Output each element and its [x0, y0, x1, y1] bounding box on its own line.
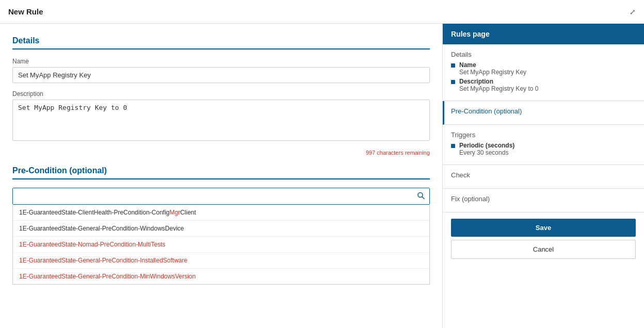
char-remaining: 997 characters remaining	[12, 150, 430, 156]
list-item[interactable]: 1E-GuaranteedState-Nomad-PreCondition-Mu…	[13, 237, 429, 253]
right-panel: Rules page Details Name Set MyApp Regist…	[443, 24, 644, 328]
rules-details-title: Details	[451, 51, 636, 58]
bullet-icon	[451, 80, 455, 84]
list-item[interactable]: 1E-GuaranteedState-General-PreCondition-…	[13, 253, 429, 269]
page-wrapper: New Rule ⤢ Details Name Description Set …	[0, 0, 644, 328]
rules-item: Periodic (seconds) Every 30 seconds	[451, 142, 636, 156]
precondition-section: Pre-Condition (optional) 1E-GuaranteedSt…	[12, 166, 430, 285]
expand-icon[interactable]: ⤢	[630, 8, 636, 16]
svg-point-0	[418, 192, 423, 197]
details-title: Details	[12, 36, 430, 50]
name-field-group: Name	[12, 58, 430, 83]
name-input[interactable]	[12, 67, 430, 83]
description-field-group: Description Set MyApp Registry Key to 0	[12, 90, 430, 142]
rules-item: Name Set MyApp Registry Key	[451, 61, 636, 76]
page-header: New Rule ⤢	[0, 0, 644, 24]
rules-item-key: Name	[459, 61, 526, 69]
rules-page-header: Rules page	[443, 24, 644, 44]
rules-fix-title: Fix (optional)	[451, 195, 636, 203]
name-label: Name	[12, 58, 430, 65]
rules-check-title: Check	[451, 171, 636, 179]
list-item[interactable]: 1E-GuaranteedState-General-PreCondition-…	[13, 269, 429, 284]
cancel-button[interactable]: Cancel	[451, 240, 636, 259]
rules-precondition-title: Pre-Condition (optional)	[451, 107, 636, 115]
search-wrapper	[12, 188, 430, 205]
rules-item-value: Set MyApp Registry Key to 0	[459, 85, 538, 92]
rules-item-value: Every 30 seconds	[459, 149, 514, 156]
list-item[interactable]: 1E-GuaranteedState-General-PreCondition-…	[13, 221, 429, 237]
search-button[interactable]	[417, 191, 425, 201]
rules-precondition-section: Pre-Condition (optional)	[443, 101, 644, 125]
rules-item-value: Set MyApp Registry Key	[459, 69, 526, 76]
dropdown-list: 1E-GuaranteedState-ClientHealth-PreCondi…	[12, 205, 430, 285]
rules-triggers-title: Triggers	[451, 131, 636, 139]
rules-item: Description Set MyApp Registry Key to 0	[451, 78, 636, 92]
rules-check-section: Check	[443, 165, 644, 189]
description-label: Description	[12, 90, 430, 97]
rules-item-key: Description	[459, 78, 538, 85]
page-title: New Rule	[8, 7, 43, 16]
search-input[interactable]	[13, 188, 429, 204]
left-panel: Details Name Description Set MyApp Regis…	[0, 24, 443, 328]
description-input[interactable]: Set MyApp Registry Key to 0	[12, 100, 430, 141]
rules-fix-section: Fix (optional)	[443, 189, 644, 212]
svg-line-1	[422, 196, 424, 199]
save-button[interactable]: Save	[451, 219, 636, 237]
rules-item-key: Periodic (seconds)	[459, 142, 514, 149]
bullet-icon	[451, 63, 455, 68]
list-item[interactable]: 1E-GuaranteedState-ClientHealth-PreCondi…	[13, 205, 429, 221]
main-content: Details Name Description Set MyApp Regis…	[0, 24, 644, 328]
precondition-title: Pre-Condition (optional)	[12, 166, 430, 179]
details-section: Details Name Description Set MyApp Regis…	[12, 36, 430, 156]
bullet-icon	[451, 144, 455, 148]
rules-details-section: Details Name Set MyApp Registry Key Desc…	[443, 44, 644, 101]
search-icon	[417, 191, 425, 200]
rules-triggers-section: Triggers Periodic (seconds) Every 30 sec…	[443, 125, 644, 165]
